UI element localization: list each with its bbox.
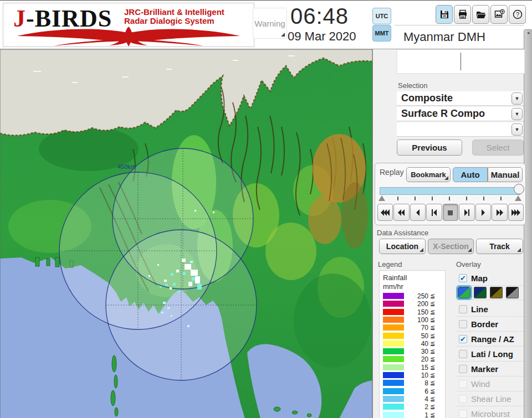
checkbox[interactable] [459, 350, 467, 358]
legend-row: 6 ≦ [382, 388, 443, 395]
checkbox[interactable] [459, 305, 467, 313]
overlay-item-label: Line [471, 305, 488, 314]
map-style-swatch[interactable] [490, 287, 503, 298]
dropdown-composite[interactable]: Composite ▼ [397, 91, 524, 106]
location-button[interactable]: Location [379, 239, 426, 254]
checkbox [459, 380, 467, 388]
manual-mode-button[interactable]: Manual [488, 167, 523, 182]
forward-fast-icon [511, 209, 520, 216]
play-backward-button[interactable] [410, 204, 426, 221]
help-button[interactable]: ? [509, 5, 526, 24]
radar-map[interactable]: 450km [0, 49, 373, 418]
overlay-item-lati-long[interactable]: Lati / Long [457, 347, 524, 362]
checkbox[interactable] [459, 320, 467, 328]
app-logo: J-BIRDS JRC-Brilliant & Intelligent Rada… [3, 3, 254, 47]
legend-row: 100 ≦ [382, 317, 443, 323]
step-last-icon [462, 209, 472, 216]
overlay-item-marker[interactable]: Marker [457, 362, 524, 376]
legend-row: 250 ≦ [382, 293, 443, 300]
checkbox[interactable] [459, 365, 467, 373]
add-image-button[interactable] [490, 5, 508, 24]
auto-mode-button[interactable]: Auto [453, 167, 488, 182]
legend-lte-symbol: ≦ [430, 364, 435, 371]
logo-subtitle: JRC-Brilliant & Intelligent Radar Dialog… [124, 8, 224, 25]
legend-lte-symbol: ≦ [430, 355, 435, 363]
legend-row: 200 ≦ [382, 301, 443, 307]
timeline-tick [415, 197, 416, 200]
map-style-swatch[interactable] [506, 287, 519, 298]
overlay-item-label: Microburst [471, 409, 510, 418]
dropdown-product[interactable]: Surface R Compo ▼ [397, 107, 524, 121]
range-start-marker[interactable] [378, 195, 385, 201]
overlay-item-line[interactable]: Line [457, 302, 524, 317]
save-icon [439, 9, 450, 20]
legend-lte-symbol: ≦ [430, 340, 435, 347]
station-name: Myanmar DMH [397, 27, 524, 47]
previous-button[interactable]: Previous [397, 140, 462, 156]
legend-row: 50 ≦ [382, 333, 443, 339]
legend-label: Legend [378, 260, 402, 269]
legend-lte-symbol: ≦ [430, 403, 435, 410]
print-button[interactable] [454, 5, 471, 24]
overlay-item-label: Marker [471, 364, 498, 374]
legend-row: 2 ≦ [382, 404, 443, 410]
save-button[interactable] [436, 5, 453, 24]
map-style-swatches [457, 285, 524, 300]
chevron-down-icon[interactable]: ▼ [511, 108, 523, 120]
legend-color-chip [383, 301, 404, 307]
timeline-tick [483, 197, 484, 200]
forward-icon [495, 209, 504, 216]
open-folder-button[interactable] [472, 5, 489, 24]
forward-fast-button[interactable] [508, 204, 524, 221]
timeline-tick [449, 197, 450, 200]
legend-row: 20 ≦ [382, 356, 443, 363]
select-button[interactable]: Select [472, 140, 524, 156]
overlay-item-label: Range / AZ [471, 334, 514, 344]
chevron-down-icon[interactable]: ▼ [511, 123, 523, 136]
overlay-label: Overlay [456, 260, 481, 269]
step-last-button[interactable] [459, 204, 474, 221]
legend-lte-symbol: ≦ [430, 379, 435, 386]
replay-progress-track[interactable] [380, 187, 520, 195]
warning-button[interactable]: Warning [253, 8, 287, 39]
track-button[interactable]: Track [476, 239, 523, 254]
dropdown-empty[interactable]: ▼ [397, 122, 524, 137]
svg-text:?: ? [515, 11, 519, 18]
legend-color-chip [383, 333, 404, 339]
rewind-fast-button[interactable] [377, 204, 393, 221]
overlay-item-border[interactable]: Border [457, 317, 524, 332]
checkbox[interactable]: ✔ [459, 335, 467, 343]
replay-progress-thumb[interactable] [514, 184, 524, 194]
legend-value: 4 [406, 395, 428, 403]
range-end-marker[interactable] [515, 195, 521, 201]
play-forward-button[interactable] [475, 204, 491, 221]
map-style-swatch[interactable] [474, 287, 487, 298]
stop-button[interactable] [443, 204, 458, 221]
legend-value: 1 [406, 411, 428, 418]
forward-button[interactable] [492, 204, 507, 221]
rewind-icon [397, 209, 406, 216]
legend-value: 10 [406, 371, 428, 379]
overlay-item-range-az[interactable]: ✔ Range / AZ [457, 332, 524, 347]
legend-row: 70 ≦ [382, 324, 443, 331]
legend-color-chip [383, 364, 404, 370]
legend-color-chip [383, 388, 404, 394]
toolbar-separator [395, 25, 524, 25]
x-section-button[interactable]: X-Section [428, 239, 474, 254]
utc-button[interactable]: UTC [372, 8, 391, 24]
eagle-logo-icon [9, 25, 248, 47]
legend-row: 4 ≦ [382, 396, 443, 402]
chevron-down-icon[interactable]: ▼ [511, 92, 523, 105]
station-text-input[interactable] [397, 49, 525, 74]
checkbox [459, 395, 467, 403]
mmt-button[interactable]: MMT [372, 25, 391, 42]
step-first-button[interactable] [426, 204, 442, 221]
overlay-list: ✔ Map Line Border✔ Range / AZ Lati / Lon… [457, 271, 524, 418]
bookmark-button[interactable]: Bookmark [406, 167, 451, 182]
checkbox[interactable]: ✔ [459, 274, 467, 282]
overlay-item-map[interactable]: ✔ Map [457, 271, 524, 286]
map-style-swatch[interactable] [458, 287, 470, 298]
legend-value: 8 [406, 379, 428, 387]
rewind-button[interactable] [393, 204, 409, 221]
legend-color-chip [383, 412, 404, 418]
